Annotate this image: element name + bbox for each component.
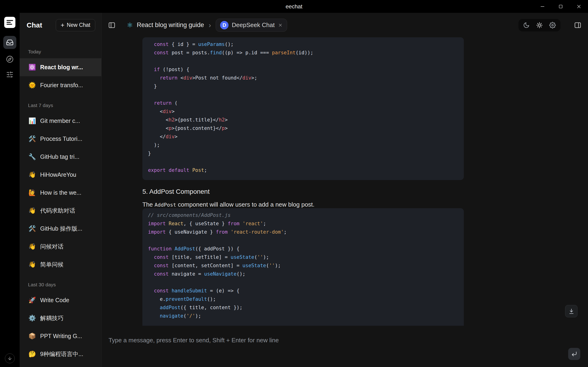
code-block: // src/components/AddPost.jsimport React…	[142, 208, 464, 326]
section-heading: 5. AddPost Component	[142, 188, 464, 195]
chat-item-label: HiHowAreYou	[40, 171, 76, 178]
chat-item-icon: 📦	[28, 333, 36, 340]
new-chat-button[interactable]: + New Chat	[56, 19, 95, 31]
chat-list-item[interactable]: ⚙️解耦技巧	[20, 309, 101, 327]
code-line: import { useNavigate } from 'react-route…	[148, 228, 458, 236]
chat-item-label: React blog wr...	[40, 64, 83, 71]
code-line: if (!post) {	[148, 65, 458, 74]
chat-item-label: Git member c...	[40, 117, 80, 124]
chat-item-icon: 🛠️	[28, 225, 36, 232]
maximize-icon[interactable]	[552, 0, 570, 13]
chats-nav-icon[interactable]	[3, 36, 16, 49]
chat-title: React blog writing guide	[137, 21, 204, 29]
chat-item-icon: 👋	[28, 243, 36, 250]
app-logo-icon	[4, 17, 15, 28]
window-title: eechat	[285, 3, 302, 10]
discover-nav-icon[interactable]	[5, 54, 15, 64]
chat-list-item[interactable]: 🛠️Process Tutori...	[20, 130, 101, 148]
code-line	[148, 91, 458, 99]
chat-item-label: 9种编程语言中...	[40, 350, 83, 358]
code-line: <div>	[148, 107, 458, 116]
react-icon: ⚛	[127, 22, 133, 29]
code-block: const { id } = useParams(); const post =…	[142, 37, 464, 180]
chat-item-label: 解耦技巧	[40, 314, 63, 322]
chat-list-item[interactable]: 🚀Write Code	[20, 291, 101, 309]
code-line: }	[148, 149, 458, 158]
code-line: e.preventDefault();	[148, 295, 458, 303]
code-line: <p>{post.content}</p>	[148, 124, 458, 133]
chat-item-label: Fourier transfo...	[40, 82, 83, 89]
code-line	[148, 57, 458, 65]
preferences-nav-icon[interactable]	[5, 69, 15, 80]
app-window: eechat	[0, 0, 588, 367]
chat-item-label: PPT Writing G...	[40, 333, 82, 340]
theme-light-sun-icon[interactable]	[536, 22, 543, 28]
right-panel-toggle-icon[interactable]	[574, 21, 581, 29]
app-rail	[0, 13, 20, 367]
sidebar-title: Chat	[27, 21, 42, 29]
chat-item-label: GitHub tag tri...	[40, 153, 79, 160]
chat-list-item[interactable]: 🌞Fourier transfo...	[20, 76, 101, 94]
chat-list-item[interactable]: 🔧GitHub tag tri...	[20, 148, 101, 166]
code-line: <h2>{post.title}</h2>	[148, 116, 458, 124]
paragraph-text: The	[142, 201, 155, 208]
model-chip[interactable]: D DeepSeek Chat	[216, 19, 287, 32]
chat-scroll-area[interactable]: const { id } = useParams(); const post =…	[102, 37, 588, 331]
sidebar-toggle-icon[interactable]	[108, 21, 116, 29]
minimize-icon[interactable]	[533, 0, 552, 13]
chat-item-icon: 📊	[28, 117, 36, 125]
chat-list-item[interactable]: 👋HiHowAreYou	[20, 166, 101, 184]
code-line: navigate('/');	[148, 312, 458, 320]
chat-item-icon: ⚛️	[28, 64, 36, 71]
chip-close-icon[interactable]	[278, 23, 283, 27]
paragraph-text: component will allow users to add a new …	[176, 201, 315, 208]
message-composer	[102, 331, 588, 367]
chat-list-item[interactable]: 📊Git member c...	[20, 112, 101, 130]
section-label: Last 7 days	[20, 94, 101, 112]
message-input[interactable]	[109, 337, 482, 360]
chat-list-item[interactable]: 📦PPT Writing G...	[20, 327, 101, 345]
message-column: const { id } = useParams(); const post =…	[142, 37, 464, 326]
chat-item-label: 简单问候	[40, 261, 63, 268]
chat-item-label: 代码求助对话	[40, 207, 75, 215]
theme-dark-moon-icon[interactable]	[523, 22, 530, 28]
code-line: const { id } = useParams();	[148, 40, 458, 49]
settings-gear-icon[interactable]	[549, 22, 556, 28]
code-line: const navigate = useNavigate();	[148, 270, 458, 278]
code-line: return <div>Post not found</div>;	[148, 74, 458, 82]
new-chat-label: New Chat	[67, 22, 90, 28]
chat-list-item[interactable]: 🤔9种编程语言中...	[20, 345, 101, 363]
code-line: const handleSubmit = (e) => {	[148, 287, 458, 295]
close-icon[interactable]	[570, 0, 588, 13]
code-line: import React, { useState } from 'react';	[148, 219, 458, 228]
chat-list-item[interactable]: 👋问候对话	[20, 238, 101, 256]
window-controls	[533, 0, 588, 13]
code-line: export default Post;	[148, 166, 458, 175]
code-line: const post = posts.find((p) => p.id === …	[148, 49, 458, 57]
chat-header: ⚛ React blog writing guide › D DeepSeek …	[102, 13, 588, 37]
section-label: Last 30 days	[20, 274, 101, 291]
chat-item-icon: ⚙️	[28, 315, 36, 322]
deepseek-logo-icon: D	[220, 21, 229, 29]
rail-scroll-down-icon[interactable]	[5, 353, 15, 363]
chat-list-item[interactable]: 🛠️GitHub 操作版...	[20, 220, 101, 238]
section-label: Today	[20, 41, 101, 58]
chat-list-item[interactable]: 👋简单问候	[20, 256, 101, 274]
code-line: const [content, setContent] = useState('…	[148, 261, 458, 270]
chat-item-icon: 🤔	[28, 350, 36, 358]
app-body: Chat + New Chat Today⚛️React blog wr...🌞…	[0, 13, 588, 367]
send-button[interactable]	[568, 348, 580, 360]
chat-list-item[interactable]: ⚛️React blog wr...	[20, 58, 101, 76]
scroll-to-bottom-button[interactable]	[565, 305, 578, 317]
titlebar: eechat	[0, 0, 588, 13]
code-line	[148, 158, 458, 166]
code-line: return (	[148, 99, 458, 107]
chat-list-item[interactable]: 👋代码求助对话	[20, 202, 101, 220]
code-line: // src/components/AddPost.js	[148, 211, 458, 219]
chat-item-label: GitHub 操作版...	[40, 225, 82, 233]
sidebar-header: Chat + New Chat	[20, 13, 101, 37]
chat-list[interactable]: Today⚛️React blog wr...🌞Fourier transfo.…	[20, 37, 101, 367]
code-line: const [title, setTitle] = useState('');	[148, 253, 458, 261]
model-name: DeepSeek Chat	[232, 21, 275, 29]
chat-list-item[interactable]: 🙋How is the we...	[20, 184, 101, 202]
